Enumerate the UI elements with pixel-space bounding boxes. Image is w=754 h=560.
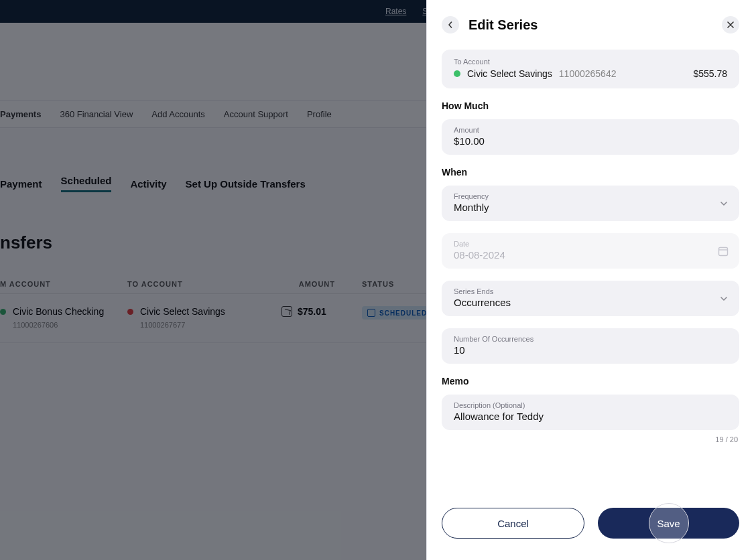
calendar-icon: [718, 246, 729, 257]
cancel-button[interactable]: Cancel: [442, 508, 584, 539]
amount-value: $10.00: [454, 135, 727, 147]
svg-rect-0: [719, 247, 728, 255]
memo-label: Description (Optional): [454, 401, 727, 409]
chevron-down-icon: [719, 294, 729, 303]
series-ends-value: Occurrences: [454, 297, 727, 308]
edit-series-panel: Edit Series To Account Civic Select Savi…: [426, 0, 754, 560]
frequency-label: Frequency: [454, 192, 727, 200]
chevron-down-icon: [719, 199, 729, 208]
amount-label: Amount: [454, 126, 727, 134]
date-value: 08-08-2024: [454, 249, 727, 261]
panel-footer: Cancel Save: [427, 494, 754, 560]
occurrences-label: Number Of Occurrences: [454, 335, 727, 343]
to-account-card[interactable]: To Account Civic Select Savings 11000265…: [442, 50, 739, 88]
status-dot-icon: [454, 70, 460, 77]
to-account-label: To Account: [454, 58, 727, 66]
close-button[interactable]: [722, 16, 739, 33]
save-button[interactable]: Save: [598, 508, 739, 539]
series-ends-label: Series Ends: [454, 287, 727, 295]
panel-header: Edit Series: [427, 0, 754, 50]
how-much-heading: How Much: [442, 100, 739, 111]
amount-field[interactable]: Amount $10.00: [442, 119, 739, 155]
series-ends-select[interactable]: Series Ends Occurrences: [442, 281, 739, 316]
panel-body: To Account Civic Select Savings 11000265…: [427, 50, 754, 494]
frequency-select[interactable]: Frequency Monthly: [442, 186, 739, 221]
frequency-value: Monthly: [454, 202, 727, 213]
occurrences-value: 10: [454, 344, 727, 356]
memo-value: Allowance for Teddy: [454, 411, 727, 422]
memo-char-counter: 19 / 20: [442, 435, 738, 443]
to-account-balance: $555.78: [693, 68, 727, 79]
close-icon: [727, 21, 734, 28]
focus-ring-icon: [649, 503, 689, 543]
date-field: Date 08-08-2024: [442, 233, 739, 269]
modal-scrim[interactable]: [0, 0, 426, 560]
when-heading: When: [442, 167, 739, 178]
chevron-left-icon: [447, 21, 454, 28]
date-label: Date: [454, 240, 727, 248]
back-button[interactable]: [442, 16, 459, 33]
occurrences-field[interactable]: Number Of Occurrences 10: [442, 328, 739, 364]
panel-title: Edit Series: [468, 17, 538, 33]
memo-field[interactable]: Description (Optional) Allowance for Ted…: [442, 395, 739, 430]
to-account-name: Civic Select Savings: [467, 68, 552, 79]
to-account-number: 11000265642: [559, 68, 617, 79]
memo-heading: Memo: [442, 376, 739, 387]
